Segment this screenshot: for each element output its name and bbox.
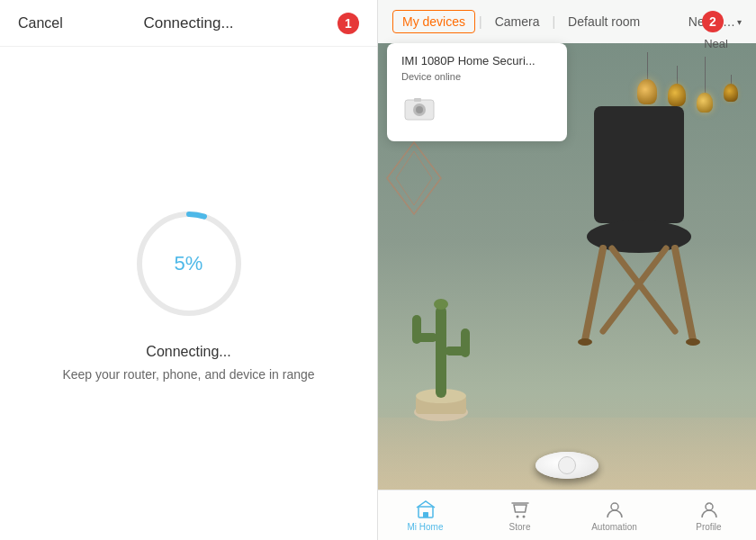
mi-home-icon [416,500,436,519]
nav-profile[interactable]: Profile [662,500,756,532]
status-text: Connecting... [62,344,314,360]
chair-decoration [558,97,720,349]
robot-vacuum-decoration [536,452,598,479]
left-content: 5% Connecting... Keep your router, phone… [0,47,377,540]
left-panel: Cancel Connecting... 1 5% Connecting... … [0,0,378,540]
device-name: IMI 1080P Home Securi... [401,54,553,68]
cactus-decoration [396,279,486,423]
nav-automation[interactable]: Automation [567,500,662,532]
svg-point-22 [434,299,448,310]
nav-store-label: Store [509,522,531,532]
svg-rect-5 [414,98,421,102]
svg-rect-26 [423,512,428,518]
device-status: Device online [401,71,553,82]
store-icon [510,500,530,519]
tab-camera[interactable]: Camera [486,11,549,32]
nav-mi-home[interactable]: Mi Home [378,500,472,532]
nav-automation-label: Automation [591,522,637,532]
svg-line-10 [612,248,675,331]
step-1-badge: 1 [338,13,359,34]
svg-line-9 [675,248,693,340]
connecting-status: Connecting... Keep your router, phone, a… [62,344,314,382]
svg-rect-21 [461,328,470,357]
nav-mi-home-label: Mi Home [407,522,443,532]
progress-circle: 5% [130,205,248,322]
nav-store[interactable]: Store [472,500,567,532]
geometric-decoration [382,133,446,223]
device-card[interactable]: IMI 1080P Home Securi... Device online [387,43,567,141]
svg-marker-23 [387,142,441,214]
svg-point-4 [416,106,423,113]
svg-point-28 [522,515,525,518]
user-name-area: Neal [676,0,756,86]
svg-rect-19 [412,315,421,344]
svg-point-27 [516,515,518,518]
svg-point-12 [578,338,592,346]
svg-line-8 [585,248,603,340]
tab-my-devices[interactable]: My devices [392,10,475,33]
connecting-title: Connecting... [143,14,233,32]
svg-point-29 [611,503,618,510]
user-name: Neal [704,37,728,50]
svg-point-13 [686,338,700,346]
profile-icon [699,500,719,519]
nav-profile-label: Profile [696,522,721,532]
cancel-button[interactable]: Cancel [18,15,63,32]
tab-default-room[interactable]: Default room [559,11,649,32]
hint-text: Keep your router, phone, and device in r… [62,367,314,382]
device-camera-icon [401,91,437,127]
bottom-nav: Mi Home Store Automation Prof [378,490,756,540]
svg-rect-6 [594,106,684,223]
progress-percent-text: 5% [175,252,203,275]
svg-line-11 [603,248,666,331]
right-panel: My devices | Camera | Default room Nearb… [378,0,756,540]
left-header: Cancel Connecting... 1 [0,0,377,47]
automation-icon [605,500,625,519]
